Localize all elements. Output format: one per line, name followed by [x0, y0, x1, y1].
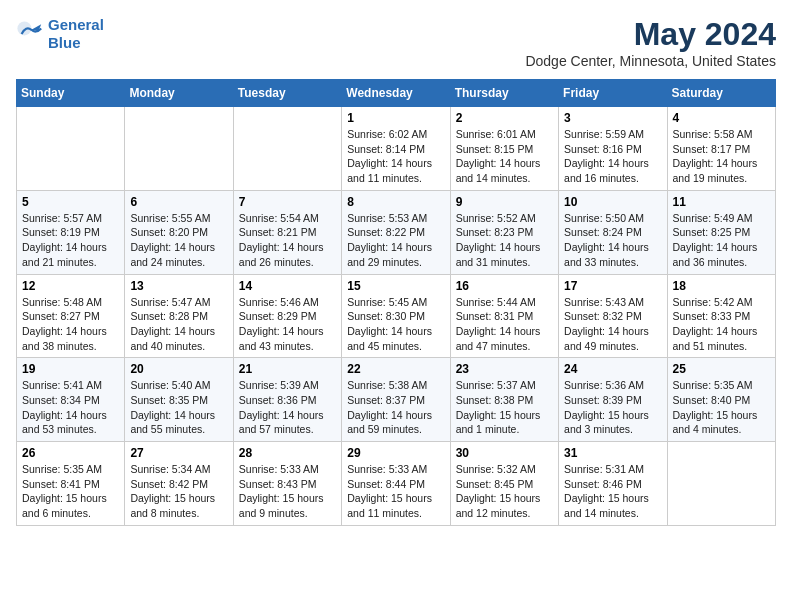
- day-info: Sunrise: 5:33 AMSunset: 8:43 PMDaylight:…: [239, 462, 336, 521]
- calendar-cell: [125, 107, 233, 191]
- calendar-cell: 28 Sunrise: 5:33 AMSunset: 8:43 PMDaylig…: [233, 442, 341, 526]
- day-info: Sunrise: 5:31 AMSunset: 8:46 PMDaylight:…: [564, 462, 661, 521]
- day-info: Sunrise: 5:33 AMSunset: 8:44 PMDaylight:…: [347, 462, 444, 521]
- day-info: Sunrise: 5:44 AMSunset: 8:31 PMDaylight:…: [456, 295, 553, 354]
- day-number: 19: [22, 362, 119, 376]
- day-info: Sunrise: 5:39 AMSunset: 8:36 PMDaylight:…: [239, 378, 336, 437]
- calendar-cell: 6 Sunrise: 5:55 AMSunset: 8:20 PMDayligh…: [125, 190, 233, 274]
- page-header: General Blue May 2024 Dodge Center, Minn…: [16, 16, 776, 69]
- day-info: Sunrise: 6:01 AMSunset: 8:15 PMDaylight:…: [456, 127, 553, 186]
- day-number: 24: [564, 362, 661, 376]
- calendar-cell: 1 Sunrise: 6:02 AMSunset: 8:14 PMDayligh…: [342, 107, 450, 191]
- day-number: 10: [564, 195, 661, 209]
- calendar-cell: 2 Sunrise: 6:01 AMSunset: 8:15 PMDayligh…: [450, 107, 558, 191]
- calendar-cell: 27 Sunrise: 5:34 AMSunset: 8:42 PMDaylig…: [125, 442, 233, 526]
- calendar-cell: 4 Sunrise: 5:58 AMSunset: 8:17 PMDayligh…: [667, 107, 775, 191]
- day-number: 21: [239, 362, 336, 376]
- calendar-cell: [233, 107, 341, 191]
- day-number: 17: [564, 279, 661, 293]
- day-number: 12: [22, 279, 119, 293]
- calendar-cell: 14 Sunrise: 5:46 AMSunset: 8:29 PMDaylig…: [233, 274, 341, 358]
- calendar: SundayMondayTuesdayWednesdayThursdayFrid…: [16, 79, 776, 526]
- day-number: 30: [456, 446, 553, 460]
- calendar-cell: 25 Sunrise: 5:35 AMSunset: 8:40 PMDaylig…: [667, 358, 775, 442]
- calendar-week-5: 26 Sunrise: 5:35 AMSunset: 8:41 PMDaylig…: [17, 442, 776, 526]
- day-info: Sunrise: 5:58 AMSunset: 8:17 PMDaylight:…: [673, 127, 770, 186]
- calendar-cell: 11 Sunrise: 5:49 AMSunset: 8:25 PMDaylig…: [667, 190, 775, 274]
- calendar-cell: 13 Sunrise: 5:47 AMSunset: 8:28 PMDaylig…: [125, 274, 233, 358]
- calendar-cell: [667, 442, 775, 526]
- calendar-cell: 9 Sunrise: 5:52 AMSunset: 8:23 PMDayligh…: [450, 190, 558, 274]
- day-info: Sunrise: 6:02 AMSunset: 8:14 PMDaylight:…: [347, 127, 444, 186]
- day-number: 7: [239, 195, 336, 209]
- day-number: 13: [130, 279, 227, 293]
- calendar-week-1: 1 Sunrise: 6:02 AMSunset: 8:14 PMDayligh…: [17, 107, 776, 191]
- day-number: 9: [456, 195, 553, 209]
- calendar-cell: 21 Sunrise: 5:39 AMSunset: 8:36 PMDaylig…: [233, 358, 341, 442]
- calendar-cell: 19 Sunrise: 5:41 AMSunset: 8:34 PMDaylig…: [17, 358, 125, 442]
- day-number: 18: [673, 279, 770, 293]
- day-of-week-thursday: Thursday: [450, 80, 558, 107]
- calendar-cell: 23 Sunrise: 5:37 AMSunset: 8:38 PMDaylig…: [450, 358, 558, 442]
- day-info: Sunrise: 5:54 AMSunset: 8:21 PMDaylight:…: [239, 211, 336, 270]
- day-number: 6: [130, 195, 227, 209]
- day-number: 14: [239, 279, 336, 293]
- day-number: 2: [456, 111, 553, 125]
- calendar-cell: 30 Sunrise: 5:32 AMSunset: 8:45 PMDaylig…: [450, 442, 558, 526]
- day-info: Sunrise: 5:42 AMSunset: 8:33 PMDaylight:…: [673, 295, 770, 354]
- day-number: 4: [673, 111, 770, 125]
- calendar-cell: 16 Sunrise: 5:44 AMSunset: 8:31 PMDaylig…: [450, 274, 558, 358]
- calendar-cell: 10 Sunrise: 5:50 AMSunset: 8:24 PMDaylig…: [559, 190, 667, 274]
- day-info: Sunrise: 5:52 AMSunset: 8:23 PMDaylight:…: [456, 211, 553, 270]
- day-number: 5: [22, 195, 119, 209]
- day-info: Sunrise: 5:35 AMSunset: 8:41 PMDaylight:…: [22, 462, 119, 521]
- calendar-week-4: 19 Sunrise: 5:41 AMSunset: 8:34 PMDaylig…: [17, 358, 776, 442]
- calendar-header-row: SundayMondayTuesdayWednesdayThursdayFrid…: [17, 80, 776, 107]
- calendar-cell: 17 Sunrise: 5:43 AMSunset: 8:32 PMDaylig…: [559, 274, 667, 358]
- day-info: Sunrise: 5:40 AMSunset: 8:35 PMDaylight:…: [130, 378, 227, 437]
- calendar-cell: [17, 107, 125, 191]
- calendar-cell: 8 Sunrise: 5:53 AMSunset: 8:22 PMDayligh…: [342, 190, 450, 274]
- day-of-week-saturday: Saturday: [667, 80, 775, 107]
- day-info: Sunrise: 5:50 AMSunset: 8:24 PMDaylight:…: [564, 211, 661, 270]
- day-of-week-sunday: Sunday: [17, 80, 125, 107]
- logo: General Blue: [16, 16, 104, 52]
- calendar-cell: 26 Sunrise: 5:35 AMSunset: 8:41 PMDaylig…: [17, 442, 125, 526]
- day-info: Sunrise: 5:35 AMSunset: 8:40 PMDaylight:…: [673, 378, 770, 437]
- calendar-cell: 31 Sunrise: 5:31 AMSunset: 8:46 PMDaylig…: [559, 442, 667, 526]
- day-info: Sunrise: 5:53 AMSunset: 8:22 PMDaylight:…: [347, 211, 444, 270]
- calendar-cell: 29 Sunrise: 5:33 AMSunset: 8:44 PMDaylig…: [342, 442, 450, 526]
- day-number: 3: [564, 111, 661, 125]
- logo-line1: General: [48, 16, 104, 33]
- day-number: 28: [239, 446, 336, 460]
- day-info: Sunrise: 5:49 AMSunset: 8:25 PMDaylight:…: [673, 211, 770, 270]
- calendar-cell: 12 Sunrise: 5:48 AMSunset: 8:27 PMDaylig…: [17, 274, 125, 358]
- day-number: 15: [347, 279, 444, 293]
- month-title: May 2024: [525, 16, 776, 53]
- day-info: Sunrise: 5:47 AMSunset: 8:28 PMDaylight:…: [130, 295, 227, 354]
- day-of-week-friday: Friday: [559, 80, 667, 107]
- calendar-cell: 7 Sunrise: 5:54 AMSunset: 8:21 PMDayligh…: [233, 190, 341, 274]
- day-info: Sunrise: 5:55 AMSunset: 8:20 PMDaylight:…: [130, 211, 227, 270]
- day-info: Sunrise: 5:59 AMSunset: 8:16 PMDaylight:…: [564, 127, 661, 186]
- calendar-cell: 15 Sunrise: 5:45 AMSunset: 8:30 PMDaylig…: [342, 274, 450, 358]
- day-info: Sunrise: 5:32 AMSunset: 8:45 PMDaylight:…: [456, 462, 553, 521]
- day-info: Sunrise: 5:57 AMSunset: 8:19 PMDaylight:…: [22, 211, 119, 270]
- day-number: 26: [22, 446, 119, 460]
- calendar-cell: 24 Sunrise: 5:36 AMSunset: 8:39 PMDaylig…: [559, 358, 667, 442]
- day-info: Sunrise: 5:46 AMSunset: 8:29 PMDaylight:…: [239, 295, 336, 354]
- calendar-cell: 18 Sunrise: 5:42 AMSunset: 8:33 PMDaylig…: [667, 274, 775, 358]
- day-number: 8: [347, 195, 444, 209]
- day-number: 20: [130, 362, 227, 376]
- day-info: Sunrise: 5:34 AMSunset: 8:42 PMDaylight:…: [130, 462, 227, 521]
- day-number: 11: [673, 195, 770, 209]
- calendar-cell: 5 Sunrise: 5:57 AMSunset: 8:19 PMDayligh…: [17, 190, 125, 274]
- day-info: Sunrise: 5:43 AMSunset: 8:32 PMDaylight:…: [564, 295, 661, 354]
- day-number: 23: [456, 362, 553, 376]
- day-number: 31: [564, 446, 661, 460]
- day-number: 27: [130, 446, 227, 460]
- day-info: Sunrise: 5:37 AMSunset: 8:38 PMDaylight:…: [456, 378, 553, 437]
- logo-line2: Blue: [48, 34, 81, 51]
- day-info: Sunrise: 5:41 AMSunset: 8:34 PMDaylight:…: [22, 378, 119, 437]
- day-number: 1: [347, 111, 444, 125]
